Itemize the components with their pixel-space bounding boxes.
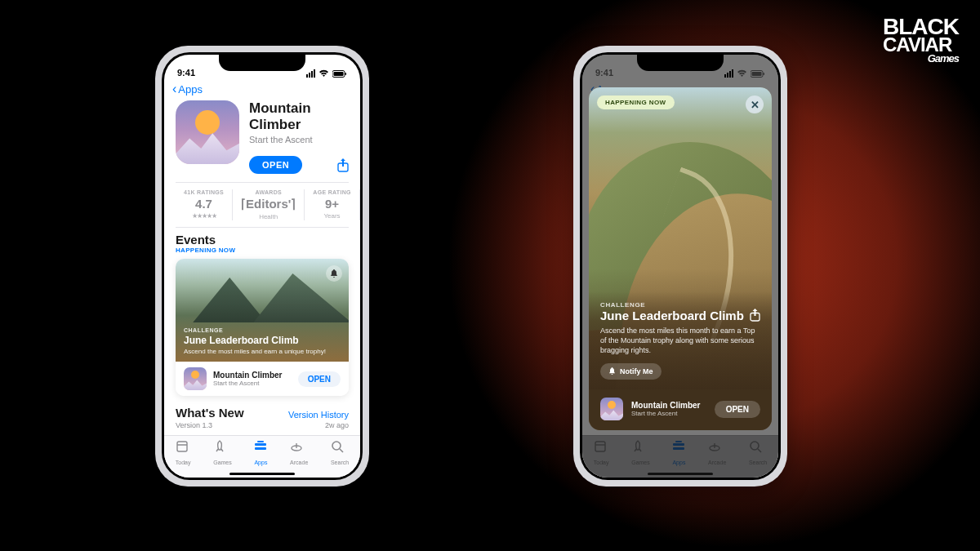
notch (219, 55, 305, 71)
today-icon (176, 440, 191, 453)
happening-badge: HAPPENING NOW (176, 247, 349, 254)
phone-event-detail: 9:41 ‹ Apps Mountain Climber HAPPENING N… (573, 46, 787, 487)
close-button[interactable]: ✕ (746, 96, 764, 113)
metric-foot: ★★★★★ (184, 212, 224, 220)
share-icon[interactable] (750, 309, 760, 322)
version-label: Version 1.3 (176, 421, 212, 429)
tab-bar: Today Games Apps Arcade Search (164, 435, 360, 478)
svg-rect-8 (257, 441, 264, 442)
apps-icon (254, 440, 267, 453)
notify-label: Notify Me (620, 367, 653, 375)
version-history-link[interactable]: Version History (288, 410, 349, 420)
tab-label: Games (213, 460, 232, 465)
metric-age: AGE RATING 9+ Years (305, 189, 359, 220)
share-icon[interactable] (337, 158, 349, 172)
app-title: Mountain Climber (249, 100, 349, 133)
battery-icon (332, 70, 347, 78)
modal-body: CHALLENGE June Leaderboard Climb Ascend … (589, 291, 772, 389)
version-age: 2w ago (325, 421, 349, 429)
events-header: Events HAPPENING NOW (164, 228, 360, 256)
modal-footer-sub: Start the Ascent (631, 410, 706, 417)
event-footer-sub: Start the Ascent (213, 380, 292, 387)
event-title: June Leaderboard Climb (184, 335, 341, 346)
wifi-icon (737, 69, 747, 78)
status-time: 9:41 (177, 68, 195, 78)
svg-rect-4 (177, 442, 187, 451)
modal-footer-app: Mountain Climber (631, 401, 706, 410)
modal-open-button[interactable]: OPEN (715, 401, 760, 418)
event-open-button[interactable]: OPEN (298, 371, 341, 387)
signal-icon (724, 69, 733, 78)
modal-footer: Mountain Climber Start the Ascent OPEN (589, 389, 772, 430)
event-hero: CHALLENGE June Leaderboard Climb Ascend … (176, 259, 349, 362)
metric-ratings: 41K RATINGS 4.7 ★★★★★ (176, 189, 233, 220)
metrics-row[interactable]: 41K RATINGS 4.7 ★★★★★ AWARDS ⌈Editors'⌉ … (164, 183, 360, 227)
chevron-left-icon: ‹ (172, 82, 176, 96)
phone-appstore-page: 9:41 ‹ Apps Mountain Climber Start the (155, 46, 369, 487)
tab-label: Today (176, 460, 191, 465)
tab-apps[interactable]: Apps (254, 440, 267, 468)
notify-button[interactable]: Notify Me (600, 363, 662, 380)
whats-new-sub: Version 1.3 2w ago (164, 421, 360, 429)
notify-bell-button[interactable] (326, 265, 342, 282)
svg-rect-6 (255, 443, 266, 446)
back-button[interactable]: ‹ Apps (164, 79, 360, 97)
whats-new-header: What's New Version History (164, 399, 360, 421)
app-icon[interactable] (176, 100, 239, 164)
home-indicator[interactable] (229, 473, 295, 475)
event-overline: CHALLENGE (184, 327, 341, 333)
metric-foot: Years (313, 212, 350, 220)
rocket-icon (213, 440, 232, 453)
svg-rect-2 (345, 73, 347, 75)
brand-line2: CAVIAR (883, 37, 959, 53)
tab-search[interactable]: Search (331, 440, 349, 468)
event-footer: Mountain Climber Start the Ascent OPEN (176, 362, 349, 396)
metric-value: 9+ (313, 197, 350, 211)
modal-hero: HAPPENING NOW ✕ CHALLENGE June Leaderboa… (589, 87, 772, 389)
tab-arcade[interactable]: Arcade (290, 440, 308, 468)
svg-rect-7 (255, 447, 266, 450)
app-header: Mountain Climber Start the Ascent OPEN (164, 97, 360, 182)
notch (637, 55, 724, 71)
modal-description: Ascend the most miles this month to earn… (600, 326, 760, 355)
app-icon-small (184, 367, 207, 390)
modal-happening-badge: HAPPENING NOW (597, 96, 675, 109)
event-footer-app: Mountain Climber (213, 371, 292, 380)
metric-awards: AWARDS ⌈Editors'⌉ Health (233, 189, 305, 220)
app-subtitle: Start the Ascent (249, 135, 349, 144)
app-icon-small (600, 398, 623, 420)
metric-foot: Health (241, 213, 296, 220)
tab-label: Apps (254, 460, 267, 465)
metric-value: 4.7 (184, 197, 224, 211)
event-subtitle: Ascend the most miles and earn a unique … (184, 348, 341, 355)
open-button[interactable]: OPEN (249, 156, 302, 174)
tab-label: Search (331, 460, 349, 465)
svg-rect-14 (764, 73, 765, 75)
metric-head: 41K RATINGS (184, 189, 224, 195)
metric-head: AWARDS (241, 189, 296, 195)
tab-today[interactable]: Today (176, 440, 191, 468)
event-card[interactable]: CHALLENGE June Leaderboard Climb Ascend … (176, 259, 349, 396)
events-title: Events (176, 233, 349, 247)
svg-line-11 (340, 449, 343, 452)
svg-point-10 (332, 442, 341, 450)
bell-icon (608, 367, 616, 375)
back-label: Apps (178, 83, 203, 96)
event-modal: HAPPENING NOW ✕ CHALLENGE June Leaderboa… (589, 87, 772, 430)
svg-rect-1 (334, 72, 344, 76)
arcade-icon (290, 440, 308, 453)
wifi-icon (318, 69, 329, 78)
status-time: 9:41 (595, 68, 613, 78)
brand-line3: Games (883, 55, 959, 64)
signal-icon (306, 69, 315, 78)
whats-new-title: What's New (176, 406, 244, 420)
battery-icon (751, 70, 765, 78)
brand-logo: BLACK CAVIAR Games (883, 18, 959, 63)
modal-overline: CHALLENGE (600, 301, 760, 309)
metric-head: AGE RATING (313, 189, 350, 195)
tab-label: Arcade (290, 460, 308, 465)
metric-value: ⌈Editors'⌉ (241, 197, 296, 211)
modal-title: June Leaderboard Climb (600, 309, 744, 322)
search-icon (331, 440, 349, 453)
tab-games[interactable]: Games (213, 440, 232, 468)
